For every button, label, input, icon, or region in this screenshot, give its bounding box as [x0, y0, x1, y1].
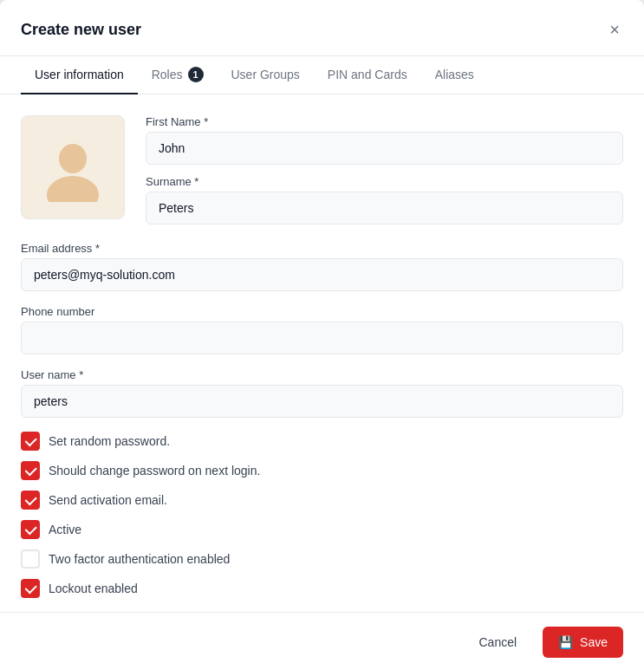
tab-roles[interactable]: Roles 1 [138, 56, 218, 94]
checkbox-active[interactable] [21, 520, 40, 539]
email-section: Email address * [21, 242, 623, 291]
checkbox-row-lockout: Lockout enabled [21, 579, 623, 598]
tab-user-information[interactable]: User information [21, 56, 138, 94]
checkbox-lockout[interactable] [21, 579, 40, 598]
email-group: Email address * [21, 242, 623, 291]
checkbox-label-active: Active [49, 523, 81, 536]
cancel-button[interactable]: Cancel [463, 627, 532, 658]
phone-label: Phone number [21, 305, 623, 318]
checkbox-label-random-password: Set random password. [49, 434, 170, 448]
checkbox-row-active: Active [21, 520, 623, 539]
checkbox-row-two-factor: Two factor authentication enabled [21, 549, 623, 569]
checkboxes-section: Set random password. Should change passw… [21, 432, 623, 598]
email-label: Email address * [21, 242, 623, 255]
modal-footer: Cancel 💾 Save [0, 612, 644, 663]
svg-point-0 [59, 144, 87, 173]
username-input[interactable] [21, 385, 623, 418]
email-input[interactable] [21, 258, 623, 291]
roles-badge: 1 [188, 67, 204, 82]
tab-aliases[interactable]: Aliases [421, 56, 488, 94]
modal-header: Create new user × [0, 0, 644, 56]
username-section: User name * [21, 368, 623, 418]
phone-section: Phone number [21, 305, 623, 354]
checkbox-label-lockout: Lockout enabled [49, 582, 138, 595]
checkbox-change-password[interactable] [21, 461, 40, 480]
phone-input[interactable] [21, 322, 623, 354]
phone-group: Phone number [21, 305, 623, 354]
svg-point-1 [47, 176, 99, 202]
save-button[interactable]: 💾 Save [543, 627, 623, 658]
checkbox-two-factor[interactable] [21, 549, 40, 569]
create-user-modal: Create new user × User information Roles… [0, 0, 644, 663]
save-label: Save [580, 635, 608, 649]
modal-body: First Name * Surname * Email address * P… [0, 94, 644, 612]
tab-pin-and-cards[interactable]: PIN and Cards [314, 56, 421, 94]
save-icon: 💾 [558, 635, 573, 649]
checkbox-random-password[interactable] [21, 432, 40, 451]
checkbox-row-activation-email: Send activation email. [21, 491, 623, 510]
checkbox-label-change-password: Should change password on next login. [49, 464, 260, 478]
checkbox-row-random-password: Set random password. [21, 432, 623, 451]
surname-group: Surname * [146, 175, 623, 224]
checkbox-label-two-factor: Two factor authentication enabled [49, 552, 230, 566]
tab-user-groups[interactable]: User Groups [218, 56, 314, 94]
close-button[interactable]: × [606, 17, 623, 42]
name-fields: First Name * Surname * [146, 115, 623, 224]
checkbox-label-activation-email: Send activation email. [49, 493, 167, 507]
avatar [21, 115, 125, 219]
username-group: User name * [21, 368, 623, 418]
tab-bar: User information Roles 1 User Groups PIN… [0, 56, 644, 94]
first-name-label: First Name * [146, 115, 623, 128]
top-section: First Name * Surname * [21, 115, 623, 224]
modal-title: Create new user [21, 21, 141, 39]
checkbox-activation-email[interactable] [21, 491, 40, 510]
avatar-image [38, 133, 107, 202]
surname-input[interactable] [146, 192, 623, 224]
surname-label: Surname * [146, 175, 623, 188]
checkbox-row-change-password: Should change password on next login. [21, 461, 623, 480]
first-name-group: First Name * [146, 115, 623, 165]
first-name-input[interactable] [146, 132, 623, 165]
username-label: User name * [21, 368, 623, 381]
